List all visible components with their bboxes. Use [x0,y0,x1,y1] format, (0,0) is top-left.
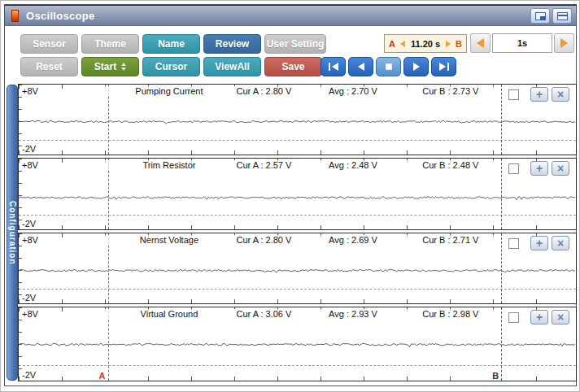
y-max-label: +8V [22,309,38,319]
cursor-b-line[interactable] [501,233,502,303]
start-button[interactable]: Start [81,57,139,76]
skip-to-end-button[interactable] [431,57,456,76]
cursor-b-value: Cur B : 2.71 V [406,235,495,245]
cursor-a-arrow-icon[interactable] [400,41,405,47]
channel-checkbox[interactable] [508,163,519,174]
y-max-label: +8V [22,235,38,245]
cursor-button-label: Cursor [155,61,187,72]
configuration-tab[interactable]: Configuration [7,85,18,381]
play-button[interactable] [403,57,429,76]
user-setting-button[interactable]: User Setting [264,34,326,54]
close-channel-button[interactable]: × [552,236,569,250]
reset-button[interactable]: Reset [20,57,78,76]
add-channel-button[interactable]: + [530,236,548,250]
y-min-label: -2V [22,144,36,154]
cursor-delta-time: 11.20 s [411,39,440,49]
zero-volt-line [19,365,576,366]
channel-controls: + × [508,87,569,102]
step-back-button[interactable] [348,57,373,76]
skip-to-end-icon-triangle [439,63,446,71]
viewall-button[interactable]: ViewAll [203,57,261,76]
plus-icon: + [536,89,543,100]
shade-window-button[interactable] [552,8,572,24]
close-channel-button[interactable]: × [552,161,569,176]
save-button[interactable]: Save [264,57,322,76]
close-channel-button[interactable]: × [552,310,569,324]
review-button[interactable]: Review [203,34,261,54]
window-controls [530,8,572,24]
configuration-tab-label: Configuration [8,201,17,265]
right-arrow-icon [560,38,568,48]
start-button-label: Start [94,61,116,72]
channel-panel-virtual-ground: +8V -2V Virtual Ground Cur A : 3.06 V Av… [18,307,577,381]
skip-to-start-button[interactable] [321,57,346,76]
close-icon: × [557,89,564,100]
cursor-a-value: Cur A : 3.06 V [220,309,309,319]
cursor-b-arrow-icon[interactable] [446,41,451,47]
toolbar: Sensor Theme Name Review User Setting Re… [5,27,576,82]
zero-volt-line [19,289,576,290]
restore-window-button[interactable] [530,8,550,24]
y-min-label: -2V [22,219,36,229]
channel-checkbox[interactable] [508,238,519,249]
add-channel-button[interactable]: + [530,87,548,102]
channel-checkbox[interactable] [508,312,519,323]
cursor-button[interactable]: Cursor [142,57,200,76]
cursor-b-line[interactable] [501,307,502,381]
time-scale-field[interactable]: 1s [492,33,552,53]
save-button-label: Save [281,61,304,72]
stop-icon [386,63,392,70]
close-icon: × [557,163,564,174]
zero-volt-line [19,215,576,216]
theme-button[interactable]: Theme [81,34,139,54]
cursor-b-line[interactable] [501,159,502,229]
average-value: Avg : 2.69 V [308,235,398,245]
window-title: Oscilloscope [26,10,95,22]
cursor-b-value: Cur B : 2.98 V [406,309,495,319]
playback-controls [321,57,456,76]
y-max-label: +8V [22,160,38,170]
time-scale-decrease-button[interactable] [470,33,491,53]
name-button[interactable]: Name [142,34,200,54]
channel-panel-pumping-current: +8V -2V Pumping Current Cur A : 2.80 V A… [18,84,577,155]
review-button-label: Review [216,38,249,50]
y-max-label: +8V [22,86,38,96]
cursor-a-value: Cur A : 2.80 V [220,86,309,96]
close-channel-button[interactable]: × [552,87,569,102]
cursor-b-bottom-label[interactable]: B [491,371,499,381]
close-icon: × [557,237,564,249]
time-scale-increase-button[interactable] [554,33,574,53]
app-window: Oscilloscope Sensor Theme Name Review Us… [4,4,577,386]
y-min-label: -2V [22,370,36,380]
channel-checkbox[interactable] [508,89,519,100]
cursor-a-value: Cur A : 2.57 V [220,160,309,170]
cursor-a-marker: A [389,39,395,49]
x-ticks-bottom [19,225,576,229]
channel-controls: + × [508,161,569,176]
user-setting-button-label: User Setting [267,38,325,50]
oscilloscope-app: Oscilloscope Sensor Theme Name Review Us… [0,0,580,392]
skip-to-start-icon-triangle [332,63,338,71]
cursor-a-bottom-label[interactable]: A [98,371,107,381]
y-min-label: -2V [22,293,36,303]
cursor-b-line[interactable] [501,85,502,155]
stop-button[interactable] [376,57,401,76]
channel-controls: + × [508,310,569,324]
add-channel-button[interactable]: + [530,161,548,176]
add-channel-button[interactable]: + [530,310,548,324]
close-icon: × [557,311,564,323]
cursor-b-marker: B [456,39,462,49]
sensor-button[interactable]: Sensor [20,34,78,54]
sensor-button-label: Sensor [33,38,66,50]
step-back-icon [358,63,364,71]
theme-button-label: Theme [94,38,126,50]
reset-button-label: Reset [36,61,63,72]
plus-icon: + [536,311,543,323]
app-icon [11,10,19,22]
channel-panel-trim-resistor: +8V -2V Trim Resistor Cur A : 2.57 V Avg… [18,158,577,230]
cursor-b-value: Cur B : 2.48 V [406,160,495,170]
average-value: Avg : 2.93 V [308,309,398,319]
zero-volt-line [19,140,576,141]
toolbar-row-2: Reset Start Cursor ViewAll Save [20,57,322,76]
start-spinner-icon[interactable] [121,63,126,71]
